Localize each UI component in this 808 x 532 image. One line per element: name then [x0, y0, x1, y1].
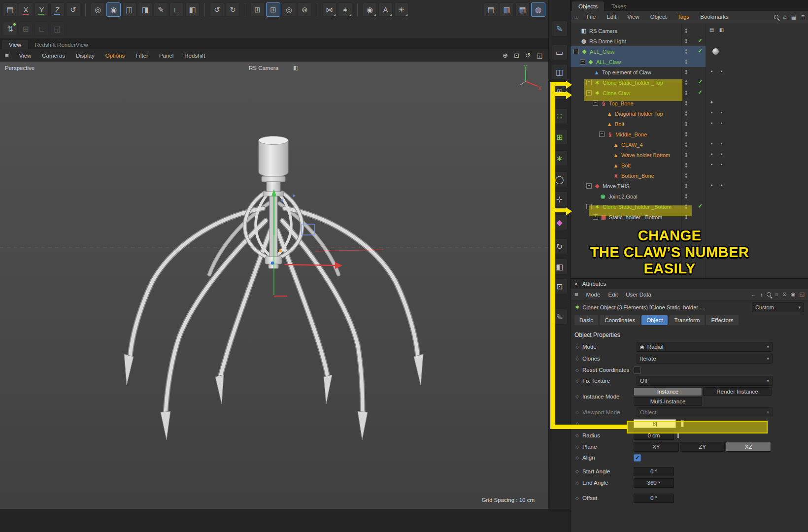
sq-tag-icon[interactable]: ▪ [708, 141, 715, 146]
tree-row[interactable]: §Bottom_Bone [571, 170, 808, 181]
visibility-dots[interactable] [685, 111, 687, 116]
cube-mode-icon[interactable]: ◫ [122, 2, 136, 17]
nav-back-icon[interactable]: ← [751, 292, 756, 298]
viewport-mode-select[interactable]: Object▾ [637, 407, 773, 417]
align-checkbox[interactable]: ✓ [634, 454, 641, 462]
om-menu-edit[interactable]: Edit [601, 14, 622, 20]
at-menu-mode[interactable]: Mode [582, 292, 605, 298]
slider-handle[interactable] [677, 432, 679, 438]
record-icon[interactable]: ◉ [791, 291, 796, 298]
viewport-canvas[interactable]: Perspective RS Camera ◧ Y X Grid Spacing… [0, 62, 548, 509]
camera-tool-icon[interactable]: ◧ [552, 259, 568, 274]
visibility-dots[interactable] [685, 152, 687, 158]
fix-texture-select[interactable]: Off▾ [637, 376, 773, 386]
sq-tag-icon[interactable]: ▪ [708, 151, 715, 157]
enabled-check-icon[interactable]: ✓ [697, 79, 704, 85]
attr-tab-transform[interactable]: Transform [669, 315, 705, 325]
plane-switch-xy[interactable]: XY [634, 442, 679, 452]
axis-z-button[interactable]: Z [50, 2, 65, 17]
reset-coordinates-checkbox[interactable] [634, 366, 641, 374]
sq-tag-icon[interactable]: ▪ [718, 182, 725, 188]
gear-icon[interactable]: ∗ [552, 150, 568, 166]
om-menu-file[interactable]: File [581, 14, 602, 20]
coord-system-icon[interactable]: ↺ [66, 2, 80, 17]
multi-instance-button[interactable]: Multi-Instance [634, 397, 702, 406]
render-instance-button[interactable]: Render Instance [703, 387, 772, 396]
add-object-icon[interactable]: ⊞ [19, 22, 33, 36]
attr-tab-coordinates[interactable]: Coordinates [600, 315, 640, 325]
corner-icon[interactable]: ∟ [34, 22, 49, 36]
popout-icon[interactable]: ◱ [800, 291, 805, 298]
arrange-icon[interactable]: ⇅ [3, 22, 17, 36]
workplane-icon[interactable]: ⊞ [552, 84, 568, 100]
tree-row[interactable]: −◈ALL_Claw [571, 57, 808, 67]
sq-tag-icon[interactable]: ▪ [718, 162, 725, 167]
save-icon[interactable]: ▤ [3, 2, 17, 17]
plane-switch-zy[interactable]: ZY [680, 442, 725, 452]
snap-mode-icon[interactable]: ◉ [106, 2, 121, 17]
tree-expander[interactable]: − [586, 204, 592, 209]
maximize-icon[interactable]: ◱ [537, 52, 542, 59]
sq-tag-icon[interactable]: ▪ [718, 110, 725, 115]
tree-expander[interactable]: + [593, 214, 598, 220]
enabled-check-icon[interactable]: ✓ [697, 48, 704, 54]
plane-switch-xz[interactable]: XZ [726, 442, 771, 452]
tree-expander[interactable]: − [586, 183, 592, 189]
visibility-dots[interactable] [685, 100, 687, 106]
radius-input[interactable]: 0 cm [634, 431, 674, 440]
tab-objects[interactable]: Objects [572, 1, 604, 11]
attr-tab-effectors[interactable]: Effectors [706, 315, 738, 325]
close-icon[interactable]: × [574, 281, 578, 287]
slider-handle[interactable] [681, 420, 684, 427]
menu-view[interactable]: View [14, 53, 37, 59]
sq-tag-icon[interactable]: ▪ [718, 68, 725, 74]
spline-pen-icon[interactable]: ✎ [552, 21, 568, 36]
visibility-dots[interactable] [685, 142, 687, 147]
model-mode-icon[interactable]: ◫ [552, 64, 568, 80]
tree-expander[interactable]: + [586, 80, 592, 85]
render-queue-icon[interactable]: ▦ [515, 2, 530, 17]
folder-icon[interactable]: ▤ [791, 13, 797, 20]
target-mode-icon[interactable]: ◎ [91, 2, 105, 17]
tree-row[interactable]: +▣Static_holder _Bottom [571, 212, 808, 222]
tree-row[interactable]: ◧RS Camera▤◧ [571, 26, 808, 36]
tree-expander[interactable]: − [599, 132, 605, 137]
visibility-dots[interactable] [685, 183, 687, 189]
camera-swap-icon[interactable]: ◧ [293, 65, 298, 71]
camera-label[interactable]: RS Camera ◧ [249, 65, 298, 71]
tab-view[interactable]: View [2, 40, 28, 49]
enabled-check-icon[interactable]: ✓ [697, 89, 704, 96]
tree-row[interactable]: −◆Move THIS▪▪ [571, 181, 808, 191]
tree-expander[interactable]: − [580, 59, 585, 65]
count-input[interactable]: 8 [634, 419, 676, 428]
visibility-dots[interactable] [685, 121, 687, 127]
tree-row[interactable]: ▲Bolt▪▪ [571, 160, 808, 170]
visibility-dots[interactable] [685, 163, 687, 168]
visibility-dots[interactable] [685, 28, 687, 33]
sq-tag-icon[interactable]: ▪ [718, 151, 725, 157]
tree-row[interactable]: −§Middle_Bone [571, 129, 808, 139]
render-view-icon[interactable]: ▤ [484, 2, 498, 17]
visibility-dots[interactable] [685, 38, 687, 44]
uv-mode-icon[interactable]: ◆ [552, 214, 568, 230]
hamburger-icon[interactable]: ≡ [0, 52, 14, 59]
home-icon[interactable]: ⌂ [783, 13, 786, 20]
cam-tag-icon[interactable]: ◧ [718, 27, 725, 33]
ring-icon[interactable]: ◎ [282, 2, 296, 17]
visibility-dots[interactable] [685, 90, 687, 96]
render-settings-icon[interactable]: ▥ [500, 2, 514, 17]
quantize-icon[interactable]: ⊞ [266, 2, 280, 17]
clones-select[interactable]: Iterate▾ [637, 354, 773, 364]
menu-display[interactable]: Display [70, 53, 100, 59]
menu-panel[interactable]: Panel [154, 53, 179, 59]
rectangle-tool-icon[interactable]: ▭ [552, 44, 568, 60]
split-view-icon[interactable]: ◧ [185, 2, 200, 17]
light-icon[interactable]: ☀◢ [394, 2, 408, 17]
filter-icon[interactable]: ≡ [801, 13, 805, 20]
visibility-dots[interactable] [685, 59, 687, 65]
sq-tag-icon[interactable]: ▪ [708, 68, 715, 74]
grid-snap-icon[interactable]: ⊞ [250, 2, 265, 17]
tree-row[interactable]: ▲CLAW_4▪▪ [571, 139, 808, 150]
joint-tag-icon[interactable]: ✦ [708, 100, 715, 105]
filter-icon[interactable]: ≡ [775, 292, 778, 298]
